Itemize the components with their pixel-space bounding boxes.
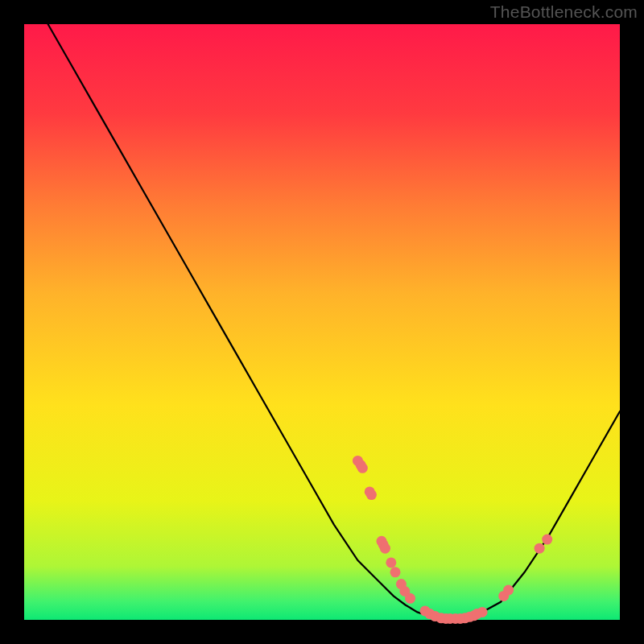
chart-svg: [24, 24, 620, 620]
watermark-label: TheBottleneck.com: [490, 2, 638, 22]
data-marker: [477, 607, 488, 617]
plot-area: [24, 24, 620, 620]
data-marker: [390, 567, 401, 577]
data-marker: [503, 585, 514, 596]
data-marker: [535, 543, 545, 554]
data-marker: [542, 535, 552, 545]
chart-frame: TheBottleneck.com: [0, 0, 644, 644]
data-marker: [386, 557, 396, 568]
bottleneck-curve: [48, 24, 620, 619]
data-marker: [366, 489, 377, 500]
data-marker: [357, 463, 368, 473]
data-markers: [353, 456, 552, 624]
data-marker: [405, 593, 415, 604]
data-marker: [380, 543, 390, 554]
